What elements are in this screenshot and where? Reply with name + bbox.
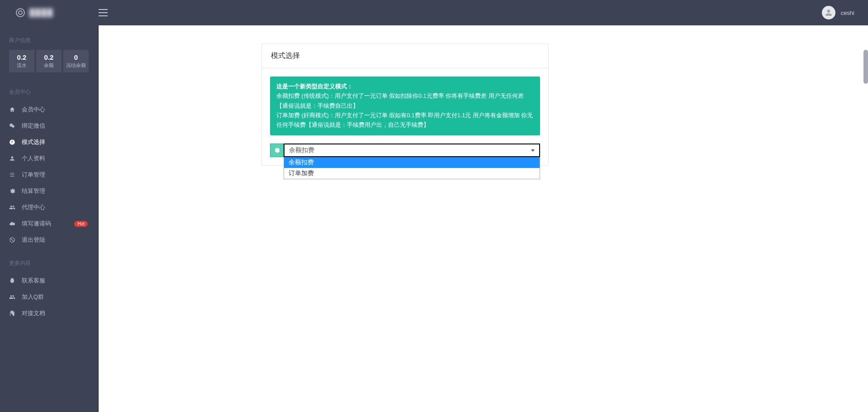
mode-select-value: 余额扣费 <box>289 146 314 154</box>
avatar <box>822 6 835 19</box>
sidebar-item-list[interactable]: 订单管理 <box>0 167 98 183</box>
sidebar-item-label: 填写邀请码 <box>22 220 51 228</box>
brand-text: ████ <box>29 9 53 17</box>
sidebar-item-ban[interactable]: 退出登陆 <box>0 232 98 248</box>
group-icon <box>9 294 15 300</box>
user-icon <box>9 155 15 162</box>
home-icon <box>9 106 15 113</box>
stat-frozen[interactable]: 0 冻结余额 <box>63 50 89 72</box>
sidebar-item-label: 会员中心 <box>22 105 45 114</box>
sidebar-item-label: 模式选择 <box>22 138 45 146</box>
mode-select-wrap: 余额扣费 余额扣费 订单加费 <box>284 144 540 157</box>
sidebar-item-label: 个人资料 <box>22 154 45 163</box>
sidebar-item-group[interactable]: 代理中心 <box>0 199 98 216</box>
panel-body: 这是一个新类型自定义模式： 余额扣费 (传统模式)：用户支付了一元订单 假如扣除… <box>262 68 548 165</box>
mode-dropdown: 余额扣费 订单加费 <box>284 157 540 179</box>
clock-icon <box>9 139 15 145</box>
sidebar-item-label: 结算管理 <box>22 187 45 195</box>
sidebar-item-user[interactable]: 个人资料 <box>0 150 98 167</box>
brand-area: ████ <box>0 0 99 25</box>
list-icon <box>9 172 15 178</box>
sidebar-item-label: 退出登陆 <box>22 236 45 244</box>
chevron-down-icon <box>531 149 535 152</box>
sidebar-item-clock[interactable]: 模式选择 <box>0 134 98 150</box>
sidebar-item-label: 订单管理 <box>22 171 45 179</box>
sidebar-item-label: 绑定微信 <box>22 122 45 130</box>
sidebar-section-more: 更多内容 <box>0 248 98 273</box>
cloud-icon <box>9 220 15 227</box>
hot-badge: Hot <box>74 221 88 227</box>
menu-toggle-button[interactable] <box>99 9 108 16</box>
mode-select-row: 余额扣费 余额扣费 订单加费 <box>270 144 540 157</box>
main-content: 模式选择 这是一个新类型自定义模式： 余额扣费 (传统模式)：用户支付了一元订单… <box>99 25 868 412</box>
group-icon <box>9 204 15 211</box>
target-icon <box>16 8 25 17</box>
header-user-area[interactable]: ceshi <box>822 6 868 19</box>
panel-title: 模式选择 <box>262 44 548 68</box>
sidebar-item-label: 对接文档 <box>22 309 45 317</box>
stat-balance[interactable]: 0.2 余额 <box>36 50 62 72</box>
top-header: ████ ceshi <box>0 0 868 25</box>
gear-icon <box>270 144 284 157</box>
qq-icon <box>9 278 15 284</box>
sidebar-item-group[interactable]: 加入Q群 <box>0 289 98 305</box>
mode-option-order-add[interactable]: 订单加费 <box>284 168 540 179</box>
stats-row: 0.2 流水 0.2 余额 0 冻结余额 <box>0 50 98 77</box>
info-alert: 这是一个新类型自定义模式： 余额扣费 (传统模式)：用户支付了一元订单 假如扣除… <box>270 77 540 135</box>
sidebar-section-member: 会员中心 <box>0 77 98 101</box>
stat-flow[interactable]: 0.2 流水 <box>9 50 34 72</box>
sidebar-item-wechat[interactable]: 绑定微信 <box>0 118 98 134</box>
sidebar-item-qq[interactable]: 联系客服 <box>0 273 98 289</box>
mode-option-balance-deduct[interactable]: 余额扣费 <box>284 157 540 168</box>
sidebar-item-label: 联系客服 <box>22 277 45 285</box>
person-icon <box>824 8 833 17</box>
mode-select[interactable]: 余额扣费 <box>284 144 540 157</box>
files-icon <box>9 310 15 316</box>
scrollbar-thumb[interactable] <box>863 50 868 84</box>
wechat-icon <box>9 123 15 129</box>
sidebar-item-files[interactable]: 对接文档 <box>0 305 98 321</box>
ban-icon <box>9 237 15 243</box>
sidebar-item-cloud[interactable]: 填写邀请码Hot <box>0 216 98 232</box>
gears-icon <box>9 188 15 194</box>
sidebar-item-label: 代理中心 <box>22 203 45 211</box>
sidebar-item-gears[interactable]: 结算管理 <box>0 183 98 199</box>
sidebar-section-merchant: 商户信息 <box>0 25 98 50</box>
username-label: ceshi <box>841 10 854 16</box>
sidebar: 商户信息 0.2 流水 0.2 余额 0 冻结余额 会员中心 会员中心绑定微信模… <box>0 25 99 412</box>
sidebar-item-label: 加入Q群 <box>22 293 44 301</box>
sidebar-item-home[interactable]: 会员中心 <box>0 101 98 118</box>
mode-select-panel: 模式选择 这是一个新类型自定义模式： 余额扣费 (传统模式)：用户支付了一元订单… <box>261 43 549 166</box>
